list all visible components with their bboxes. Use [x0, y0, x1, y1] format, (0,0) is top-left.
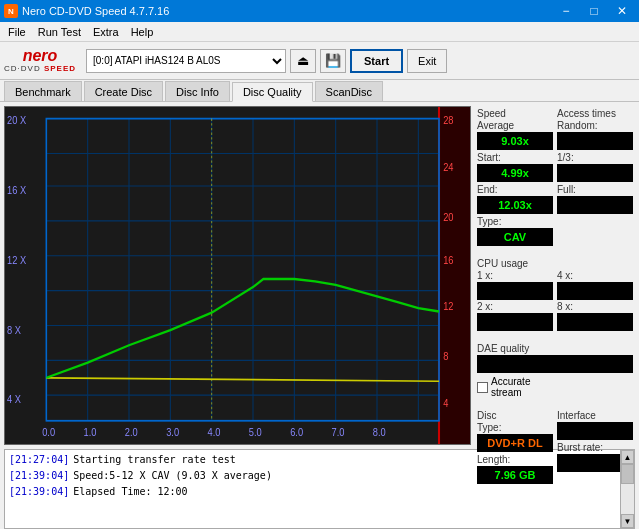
cpu8x-label: 8 x: — [557, 301, 633, 312]
cpu4x-value — [557, 282, 633, 300]
end-label: End: — [477, 184, 553, 195]
cpu-right: 4 x: 8 x: — [557, 258, 633, 331]
svg-text:20: 20 — [443, 211, 454, 223]
drive-selector[interactable]: [0:0] ATAPI iHAS124 B AL0S — [86, 49, 286, 73]
log-time-2: [21:39:04] — [9, 468, 69, 484]
svg-text:4 X: 4 X — [7, 394, 21, 406]
accurate-stream-label: Accurate stream — [491, 376, 530, 398]
dae-section: DAE quality Accurate stream — [477, 343, 633, 398]
start-value: 4.99x — [477, 164, 553, 182]
title-bar-text: Nero CD-DVD Speed 4.7.7.16 — [22, 5, 169, 17]
maximize-button[interactable]: □ — [581, 2, 607, 20]
tab-bar: Benchmark Create Disc Disc Info Disc Qua… — [0, 80, 639, 102]
cpu2x-label: 2 x: — [477, 301, 553, 312]
svg-text:24: 24 — [443, 161, 454, 173]
svg-text:1.0: 1.0 — [84, 426, 97, 438]
scrollbar-thumb[interactable] — [621, 464, 634, 484]
nero-logo: nero CD·DVD SPEED — [4, 48, 76, 73]
tab-disc-info[interactable]: Disc Info — [165, 81, 230, 101]
svg-text:12: 12 — [443, 301, 453, 313]
random-value — [557, 132, 633, 150]
svg-text:8.0: 8.0 — [373, 426, 386, 438]
svg-rect-0 — [5, 107, 470, 444]
full-label: Full: — [557, 184, 633, 195]
tab-create-disc[interactable]: Create Disc — [84, 81, 163, 101]
scrollbar-down-button[interactable]: ▼ — [621, 514, 634, 528]
svg-text:12 X: 12 X — [7, 254, 26, 266]
speed-label: Speed — [477, 108, 553, 119]
minimize-button[interactable]: − — [553, 2, 579, 20]
full-value — [557, 196, 633, 214]
tab-scan-disc[interactable]: ScanDisc — [315, 81, 383, 101]
tab-benchmark[interactable]: Benchmark — [4, 81, 82, 101]
menu-help[interactable]: Help — [125, 25, 160, 39]
svg-text:6.0: 6.0 — [290, 426, 303, 438]
type-label: Type: — [477, 216, 553, 227]
scrollbar-up-button[interactable]: ▲ — [621, 450, 634, 464]
start-button[interactable]: Start — [350, 49, 403, 73]
svg-text:16 X: 16 X — [7, 185, 26, 197]
average-value: 9.03x — [477, 132, 553, 150]
accurate-stream-row: Accurate stream — [477, 376, 633, 398]
disc-type-label-2: Type: — [477, 422, 553, 433]
log-entry-1: [21:27:04] Starting transfer rate test — [9, 452, 616, 468]
accurate-stream-checkbox[interactable] — [477, 382, 488, 393]
disc-type-label-1: Disc — [477, 410, 553, 421]
cpu-usage-label: CPU usage — [477, 258, 553, 269]
title-bar: N Nero CD-DVD Speed 4.7.7.16 − □ ✕ — [0, 0, 639, 22]
svg-text:8: 8 — [443, 351, 449, 363]
log-time-3: [21:39:04] — [9, 484, 69, 500]
title-bar-controls: − □ ✕ — [553, 2, 635, 20]
cpu2x-value — [477, 313, 553, 331]
cpu-section: CPU usage 1 x: 2 x: 4 x: 8 x: — [477, 258, 633, 331]
type-value: CAV — [477, 228, 553, 246]
svg-text:7.0: 7.0 — [332, 426, 345, 438]
speed-access-row: Speed Average 9.03x Start: 4.99x End: 12… — [477, 108, 633, 246]
one-third-label: 1/3: — [557, 152, 633, 163]
svg-text:4.0: 4.0 — [208, 426, 221, 438]
svg-text:0.0: 0.0 — [42, 426, 55, 438]
close-button[interactable]: ✕ — [609, 2, 635, 20]
nero-logo-text: nero — [23, 48, 58, 64]
svg-text:4: 4 — [443, 397, 449, 409]
cpu-left: CPU usage 1 x: 2 x: — [477, 258, 553, 331]
log-text-2: Speed:5-12 X CAV (9.03 X average) — [73, 468, 272, 484]
access-times-label: Access times — [557, 108, 633, 119]
cpu1x-value — [477, 282, 553, 300]
log-entry-2: [21:39:04] Speed:5-12 X CAV (9.03 X aver… — [9, 468, 616, 484]
toolbar: nero CD·DVD SPEED [0:0] ATAPI iHAS124 B … — [0, 42, 639, 80]
log-text-1: Starting transfer rate test — [73, 452, 236, 468]
menu-extra[interactable]: Extra — [87, 25, 125, 39]
svg-rect-1 — [439, 107, 470, 444]
dae-quality-label: DAE quality — [477, 343, 633, 354]
title-bar-left: N Nero CD-DVD Speed 4.7.7.16 — [4, 4, 169, 18]
average-label: Average — [477, 120, 553, 131]
log-area: [21:27:04] Starting transfer rate test [… — [4, 449, 635, 529]
svg-text:20 X: 20 X — [7, 115, 26, 127]
speed-section: Speed Average 9.03x Start: 4.99x End: 12… — [477, 108, 553, 246]
main-content: 20 X 16 X 12 X 8 X 4 X 28 24 20 16 12 8 … — [0, 102, 639, 449]
start-label: Start: — [477, 152, 553, 163]
log-time-1: [21:27:04] — [9, 452, 69, 468]
scrollbar-track — [621, 464, 634, 514]
log-content: [21:27:04] Starting transfer rate test [… — [5, 450, 620, 528]
access-times-section: Access times Random: 1/3: Full: — [557, 108, 633, 246]
log-entry-3: [21:39:04] Elapsed Time: 12:00 — [9, 484, 616, 500]
svg-text:3.0: 3.0 — [166, 426, 179, 438]
log-text-3: Elapsed Time: 12:00 — [73, 484, 187, 500]
interface-label: Interface — [557, 410, 633, 421]
random-label: Random: — [557, 120, 633, 131]
cpu4x-label: 4 x: — [557, 270, 633, 281]
tab-disc-quality[interactable]: Disc Quality — [232, 82, 313, 102]
chart-container: 20 X 16 X 12 X 8 X 4 X 28 24 20 16 12 8 … — [4, 106, 471, 445]
save-icon-button[interactable]: 💾 — [320, 49, 346, 73]
menu-file[interactable]: File — [2, 25, 32, 39]
interface-value — [557, 422, 633, 440]
exit-button[interactable]: Exit — [407, 49, 447, 73]
cpu1x-label: 1 x: — [477, 270, 553, 281]
one-third-value — [557, 164, 633, 182]
chart-svg: 20 X 16 X 12 X 8 X 4 X 28 24 20 16 12 8 … — [5, 107, 470, 444]
eject-icon-button[interactable]: ⏏ — [290, 49, 316, 73]
menu-run-test[interactable]: Run Test — [32, 25, 87, 39]
menu-bar: File Run Test Extra Help — [0, 22, 639, 42]
